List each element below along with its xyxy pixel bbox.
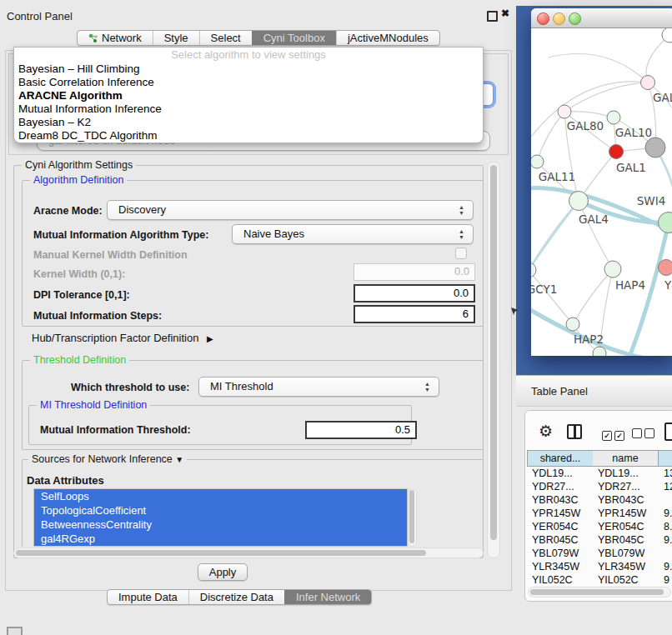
- network-node-gal4[interactable]: [569, 192, 589, 211]
- network-node-y[interactable]: [659, 260, 672, 276]
- tab-discretize-data[interactable]: Discretize Data: [188, 590, 284, 604]
- table-cell[interactable]: 9.: [664, 560, 672, 573]
- network-canvas[interactable]: GALGAL80GAL10GAL1GAL11GAL4SWI4GCY1HAP4YH…: [531, 28, 672, 356]
- window-zoom-button[interactable]: [569, 12, 581, 25]
- table-cell[interactable]: 9.: [664, 507, 672, 520]
- window-close-button[interactable]: [537, 12, 549, 25]
- sources-group-title[interactable]: Sources for Network Inference ▼: [28, 453, 187, 465]
- network-icon: [88, 33, 98, 43]
- deselect-columns-icon[interactable]: [632, 427, 654, 442]
- node-label: GAL: [653, 91, 672, 104]
- table-cell[interactable]: 8.: [664, 520, 672, 533]
- network-node-gal1[interactable]: [609, 145, 624, 159]
- network-node-gal11[interactable]: [531, 155, 544, 168]
- table-cell[interactable]: 12: [664, 480, 672, 493]
- table-cell[interactable]: YBR043C: [598, 493, 644, 507]
- select-all-columns-icon[interactable]: ✓✓: [602, 427, 624, 442]
- gear-icon[interactable]: ⚙: [539, 422, 553, 441]
- attribute-list-item[interactable]: TopologicalCoefficient: [34, 503, 407, 518]
- mi-type-combo[interactable]: Naive Bayes ▲▼: [232, 224, 474, 244]
- manual-kernel-checkbox[interactable]: [455, 248, 467, 259]
- window-minimize-button[interactable]: [553, 12, 565, 25]
- tab-impute-data[interactable]: Impute Data: [108, 590, 188, 604]
- table-column-header[interactable]: [659, 450, 672, 467]
- table-cell[interactable]: YER054C: [532, 520, 579, 533]
- aracne-mode-combo[interactable]: Discovery ▲▼: [107, 200, 474, 220]
- settings-horizontal-scrollbar[interactable]: [13, 548, 484, 558]
- table-cell[interactable]: YIL052C: [598, 573, 639, 587]
- network-window[interactable]: GALGAL80GAL10GAL1GAL11GAL4SWI4GCY1HAP4YH…: [531, 8, 672, 356]
- attribute-list-item[interactable]: SelfLoops: [34, 489, 407, 503]
- table-cell[interactable]: YBL079W: [532, 547, 579, 560]
- table-cell[interactable]: 13: [664, 467, 672, 480]
- table-rows: YDL19...YDL19...13YDR27...YDR27...12YBR0…: [527, 467, 672, 587]
- docked-panel-icon[interactable]: [7, 627, 23, 635]
- settings-vertical-scrollbar[interactable]: [487, 162, 500, 558]
- mi-steps-label: Mutual Information Steps:: [33, 310, 162, 322]
- float-window-icon[interactable]: [487, 11, 498, 22]
- network-node-gal80[interactable]: [558, 105, 571, 118]
- attributes-scrollbar[interactable]: [408, 488, 417, 547]
- attribute-list-item[interactable]: BetweennessCentrality: [34, 518, 407, 532]
- table-cell[interactable]: YPR145W: [598, 507, 646, 520]
- manual-kernel-label: Manual Kernel Width Definition: [33, 249, 188, 261]
- tab-style[interactable]: Style: [153, 31, 199, 45]
- control-panel-tab-bar: NetworkStyleSelectCyni ToolboxjActiveMNo…: [77, 30, 440, 46]
- dropdown-item[interactable]: Dream8 DC_TDC Algorithm: [14, 129, 483, 142]
- dropdown-placeholder: Select algorithm to view settings: [14, 48, 483, 62]
- table-cell[interactable]: 9.: [664, 533, 672, 547]
- table-cell[interactable]: YLR345W: [532, 560, 579, 573]
- table-cell[interactable]: 9: [664, 573, 669, 587]
- dropdown-item[interactable]: Bayesian – Hill Climbing: [14, 62, 483, 76]
- kernel-width-input[interactable]: 0.0: [354, 263, 475, 281]
- network-window-titlebar[interactable]: [531, 8, 672, 28]
- node-label: GAL4: [579, 212, 609, 226]
- mi-steps-input[interactable]: 6: [354, 305, 475, 323]
- network-node-gal10[interactable]: [607, 111, 620, 124]
- table-header-row: shared...name: [527, 450, 672, 466]
- table-column-header[interactable]: shared...: [527, 450, 594, 467]
- table-cell[interactable]: YPR145W: [532, 507, 580, 520]
- dpi-tolerance-input[interactable]: 0.0: [354, 284, 475, 302]
- tab-select[interactable]: Select: [199, 31, 252, 45]
- table-column-header[interactable]: name: [593, 450, 659, 467]
- network-node-hap4[interactable]: [604, 261, 621, 278]
- table-cell[interactable]: YDR27...: [532, 480, 574, 493]
- split-columns-icon[interactable]: [567, 424, 582, 439]
- kernel-width-label: Kernel Width (0,1):: [33, 268, 125, 280]
- table-cell[interactable]: YIL052C: [532, 573, 573, 587]
- network-node[interactable]: [593, 347, 606, 356]
- network-node[interactable]: [645, 138, 665, 158]
- network-node-gcy1[interactable]: [531, 262, 536, 278]
- dpi-tolerance-label: DPI Tolerance [0,1]:: [33, 289, 130, 301]
- table-cell[interactable]: YDR27...: [598, 480, 640, 493]
- table-cell[interactable]: YBR045C: [532, 533, 579, 547]
- table-cell[interactable]: YDL19...: [532, 467, 573, 480]
- network-node-swi4[interactable]: [659, 212, 672, 233]
- dropdown-item[interactable]: ARACNE Algorithm: [14, 89, 483, 102]
- table-cell[interactable]: YER054C: [598, 520, 644, 533]
- dropdown-item[interactable]: Basic Correlation Inference: [14, 76, 483, 89]
- table-horizontal-scrollbar[interactable]: [528, 587, 671, 598]
- hub-definition-expander[interactable]: Hub/Transcription Factor Definition ▶: [32, 332, 213, 344]
- table-cell[interactable]: YDL19...: [598, 467, 639, 480]
- table-cell[interactable]: YBR043C: [532, 493, 579, 507]
- tab-cyni-toolbox[interactable]: Cyni Toolbox: [252, 31, 336, 45]
- table-cell[interactable]: YLR345W: [598, 560, 645, 573]
- table-cell[interactable]: YBL079W: [598, 547, 644, 560]
- network-node-hap2[interactable]: [566, 318, 579, 331]
- network-node-gal[interactable]: [641, 76, 655, 90]
- mi-threshold-input[interactable]: 0.5: [305, 421, 417, 439]
- table-cell[interactable]: YBR045C: [598, 533, 644, 547]
- tab-jactivemnodules[interactable]: jActiveMNodules: [336, 31, 439, 45]
- tab-infer-network[interactable]: Infer Network: [284, 590, 371, 604]
- new-table-icon[interactable]: [664, 422, 672, 441]
- dropdown-item[interactable]: Bayesian – K2: [14, 116, 483, 129]
- mi-type-value: Naive Bayes: [243, 228, 304, 240]
- apply-button[interactable]: Apply: [198, 563, 248, 581]
- attribute-list-item[interactable]: gal4RGexp: [34, 532, 407, 546]
- close-icon[interactable]: ✖: [501, 8, 509, 19]
- dropdown-item[interactable]: Mutual Information Inference: [14, 102, 483, 116]
- which-threshold-combo[interactable]: MI Threshold ▲▼: [198, 377, 439, 397]
- tab-network[interactable]: Network: [78, 31, 153, 45]
